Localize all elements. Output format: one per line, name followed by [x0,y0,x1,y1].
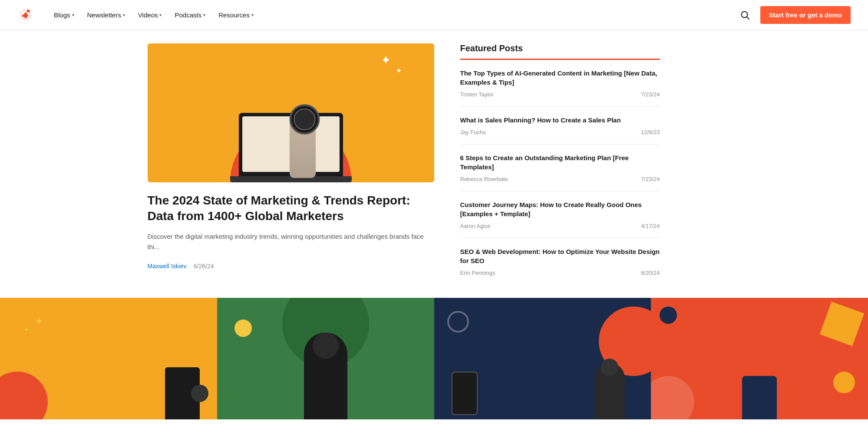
newsletters-chevron-icon: ▾ [123,13,125,17]
content-area: ✦ ✦ The 2024 State of Marketing & Trends… [0,30,868,419]
nav-right: Start free or get a demo [737,6,851,24]
sidebar-post-5-title[interactable]: SEO & Web Development: How to Optimize Y… [460,247,660,265]
sidebar-post-3-meta: Rebecca Riserbato 7/23/24 [460,176,660,182]
featured-posts-title: Featured Posts [460,43,660,60]
featured-image[interactable]: ✦ ✦ [148,43,434,182]
featured-article: ✦ ✦ The 2024 State of Marketing & Trends… [148,43,434,285]
sidebar-post-2: What is Sales Planning? How to Create a … [460,107,660,145]
nav-videos-label: Videos [138,11,158,19]
nav-podcasts-label: Podcasts [175,11,201,19]
bottom-card-2[interactable] [217,298,434,419]
sidebar-post-1-title[interactable]: The Top Types of AI-Generated Content in… [460,69,660,87]
nav-item-podcasts[interactable]: Podcasts ▾ [169,8,211,22]
resources-chevron-icon: ▾ [251,13,254,17]
nav-item-videos[interactable]: Videos ▾ [133,8,167,22]
sidebar-post-1-meta: Tristen Taylor 7/23/24 [460,91,660,98]
svg-line-3 [747,16,749,19]
featured-title[interactable]: The 2024 State of Marketing & Trends Rep… [148,193,434,224]
sidebar-post-2-meta: Jay Fuchs 12/6/23 [460,129,660,135]
featured-date: 6/26/24 [194,263,214,270]
nav-item-resources[interactable]: Resources ▾ [213,8,259,22]
nav-item-blogs[interactable]: Blogs ▾ [49,8,79,22]
sparkles-decoration-2: ✦ [396,67,402,74]
sidebar-post-3-date: 7/23/24 [641,176,660,182]
sidebar-post-3: 6 Steps to Create an Outstanding Marketi… [460,145,660,191]
nav-item-newsletters[interactable]: Newsletters ▾ [82,8,130,22]
sidebar-post-1: The Top Types of AI-Generated Content in… [460,60,660,107]
featured-article-body: The 2024 State of Marketing & Trends Rep… [148,182,434,280]
sidebar-post-5-date: 8/20/24 [641,270,660,276]
sparkles-decoration: ✦ [381,54,391,66]
sidebar-post-4-title[interactable]: Customer Journey Maps: How to Create Rea… [460,200,660,218]
sidebar-post-5: SEO & Web Development: How to Optimize Y… [460,238,660,285]
sidebar-post-4-author: Aaron Agius [460,223,491,229]
cta-button[interactable]: Start free or get a demo [760,6,851,24]
navbar: Blogs ▾ Newsletters ▾ Videos ▾ Podcasts … [0,0,868,30]
nav-resources-label: Resources [218,11,250,19]
featured-excerpt: Discover the digital marketing industry … [148,231,434,252]
videos-chevron-icon: ▾ [159,13,162,17]
sidebar-post-1-author: Tristen Taylor [460,91,494,98]
podcasts-chevron-icon: ▾ [203,13,205,17]
nav-links: Blogs ▾ Newsletters ▾ Videos ▾ Podcasts … [49,8,737,22]
bottom-grid: ✦ ✦ [0,298,868,419]
sidebar-post-2-date: 12/6/23 [641,129,660,135]
sidebar-post-5-author: Erin Pennings [460,270,495,276]
sidebar-post-4-meta: Aaron Agius 4/17/24 [460,223,660,229]
svg-point-1 [23,13,28,18]
sidebar-post-5-meta: Erin Pennings 8/20/24 [460,270,660,276]
sidebar-post-4-date: 4/17/24 [641,223,660,229]
blogs-chevron-icon: ▾ [72,13,74,17]
sidebar-post-2-author: Jay Fuchs [460,129,486,135]
featured-author[interactable]: Maxwell Iskiev [148,263,187,270]
bottom-card-1[interactable]: ✦ ✦ [0,298,217,419]
bottom-card-4[interactable] [651,298,868,419]
sidebar-post-2-title[interactable]: What is Sales Planning? How to Create a … [460,115,660,125]
sidebar: Featured Posts The Top Types of AI-Gener… [460,43,660,285]
sidebar-post-3-title[interactable]: 6 Steps to Create an Outstanding Marketi… [460,153,660,171]
logo[interactable] [17,7,33,24]
search-button[interactable] [737,7,753,23]
sidebar-post-3-author: Rebecca Riserbato [460,176,508,182]
bottom-card-3[interactable] [434,298,651,419]
nav-blogs-label: Blogs [54,11,70,19]
sidebar-post-4: Customer Journey Maps: How to Create Rea… [460,191,660,238]
search-icon [740,10,750,20]
main-content: ✦ ✦ The 2024 State of Marketing & Trends… [130,30,738,298]
nav-newsletters-label: Newsletters [87,11,121,19]
featured-meta: Maxwell Iskiev 6/26/24 [148,263,434,270]
sidebar-post-1-date: 7/23/24 [641,91,660,98]
